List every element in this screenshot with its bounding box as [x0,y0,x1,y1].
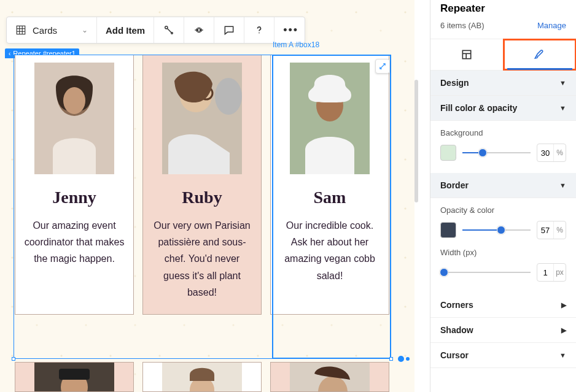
repeater-item[interactable]: Ruby Our very own Parisian patissière an… [142,55,262,315]
help-icon [253,24,265,36]
card-title[interactable]: Ruby [182,188,222,207]
resize-handle[interactable] [398,356,404,362]
section-fill[interactable]: Fill color & opacity ▼ [430,96,576,121]
item-count: 6 items (AB) [440,21,485,30]
border-controls: Opacity & color 57 % Width (px) 1 px [430,198,576,293]
section-corners[interactable]: Corners ▶ [430,293,576,318]
svg-point-8 [259,33,260,34]
chevron-right-icon: ▶ [561,326,566,334]
card-description[interactable]: Our very own Parisian patissière and sou… [143,217,261,301]
add-item-label: Add Item [106,25,145,36]
card-description[interactable]: Our amazing event coordinator that makes… [15,217,133,267]
resize-handle[interactable] [389,357,393,361]
panel-title: Repeater [430,0,576,21]
section-border[interactable]: Border ▼ [430,173,576,198]
unit: % [553,221,566,239]
section-label: Border [440,180,469,190]
section-label: Fill color & opacity [440,103,517,113]
section-label: Design [440,78,469,88]
repeater-item[interactable] [142,362,262,392]
chevron-down-icon: ⌄ [82,26,88,34]
stretch-icon [193,24,205,36]
fill-controls: Background 30 % [430,121,576,173]
background-label: Background [440,128,566,137]
section-label: Cursor [440,350,469,360]
card-title[interactable]: Sam [314,188,346,207]
element-toolbar: Cards ⌄ Add Item ••• [6,17,305,44]
chevron-down-icon: ▼ [559,182,566,189]
border-opacity-slider[interactable] [462,224,531,236]
card-title[interactable]: Jenny [52,188,96,207]
animation-icon [163,24,175,36]
comment-icon [223,24,235,36]
svg-point-16 [215,78,242,115]
layout-label: Cards [33,25,57,36]
chevron-right-icon: ▶ [561,301,566,309]
help-button[interactable] [244,17,274,43]
more-icon: ••• [283,24,298,37]
animation-button[interactable] [154,17,184,43]
card-image[interactable] [162,63,242,174]
section-shadow[interactable]: Shadow ▶ [430,318,576,343]
scrollbar-thumb[interactable] [414,80,418,202]
repeater-item[interactable] [270,362,389,392]
border-width-slider[interactable] [442,266,531,279]
brush-icon [534,48,546,61]
more-button[interactable]: ••• [274,17,305,43]
svg-rect-21 [59,369,90,380]
repeater-row-1: Jenny Our amazing event coordinator that… [15,55,389,315]
width-label: Width (px) [440,248,566,257]
section-cursor[interactable]: Cursor ▼ [430,343,576,368]
svg-rect-0 [17,26,25,34]
border-opacity-input[interactable]: 57 % [537,221,566,239]
resize-handle[interactable] [406,357,410,361]
expand-button[interactable] [375,59,390,74]
unit: % [553,144,566,161]
svg-point-11 [63,87,85,114]
add-item-button[interactable]: Add Item [97,17,154,43]
expand-icon [378,62,387,71]
comment-button[interactable] [214,17,244,43]
panel-tabs [430,39,576,71]
background-swatch[interactable] [440,145,456,161]
card-image[interactable] [34,363,114,392]
card-image[interactable] [290,363,370,392]
svg-point-6 [171,33,173,34]
chevron-down-icon: ▼ [559,352,566,359]
svg-rect-7 [198,28,200,33]
layout-icon [461,48,473,61]
chevron-down-icon: ▼ [559,79,566,86]
card-description[interactable]: Our incredible cook. Ask her about her a… [271,217,389,284]
card-image[interactable] [34,63,114,174]
repeater-item[interactable] [15,362,134,392]
section-label: Corners [440,300,473,310]
section-label: Shadow [440,325,473,335]
stretch-button[interactable] [184,17,214,43]
repeater-item[interactable]: Sam Our incredible cook. Ask her about h… [270,55,389,315]
resize-handle[interactable] [12,357,15,361]
background-opacity-slider[interactable] [462,147,531,159]
tab-layout[interactable] [430,39,504,70]
svg-point-5 [165,26,168,29]
background-opacity-input[interactable]: 30 % [537,144,566,162]
border-swatch[interactable] [440,222,456,238]
chevron-left-icon: ‹ [9,50,10,57]
repeater-item[interactable]: Jenny Our amazing event coordinator that… [15,55,134,315]
section-design[interactable]: Design ▼ [430,71,576,96]
layout-selector[interactable]: Cards ⌄ [7,17,97,43]
repeater-row-2 [15,362,389,392]
chevron-down-icon: ▼ [559,104,566,112]
border-width-input[interactable]: 1 px [537,263,566,282]
opacity-color-label: Opacity & color [440,206,566,215]
value: 30 [537,148,553,158]
unit: px [553,264,566,281]
value: 1 [537,268,553,277]
manage-link[interactable]: Manage [537,21,566,30]
tab-design[interactable] [504,39,577,70]
card-image[interactable] [162,363,242,392]
inspector-panel: Repeater 6 items (AB) Manage Design ▼ Fi… [430,0,576,392]
card-image[interactable] [290,63,370,174]
item-tag[interactable]: Item A #box18 [273,40,319,49]
grid-icon [15,25,26,36]
value: 57 [537,226,553,235]
